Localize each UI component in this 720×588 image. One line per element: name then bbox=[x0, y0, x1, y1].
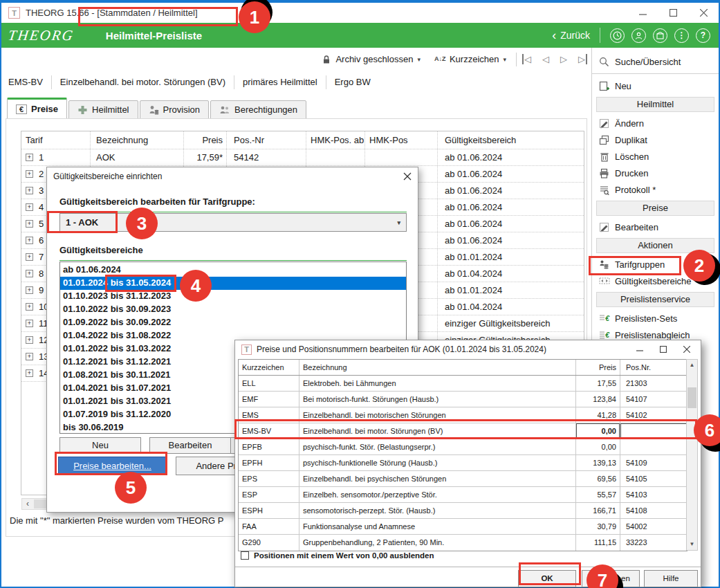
sort-dropdown[interactable]: A↓Z Kurzzeichen▾ bbox=[430, 52, 510, 66]
previous-record-button[interactable]: ◁ bbox=[539, 54, 552, 64]
table-row[interactable]: FAAFunktionsanalyse und Anamnese30,79540… bbox=[239, 519, 687, 535]
remote-session-icon[interactable] bbox=[653, 28, 667, 43]
scroll-left-icon[interactable]: ‹ bbox=[22, 499, 33, 509]
column-header-preis[interactable]: Preis bbox=[184, 131, 227, 149]
sidebar-item-loeschen[interactable]: Löschen bbox=[592, 148, 719, 165]
scroll-down-icon[interactable]: ▼ bbox=[687, 539, 697, 550]
table-row[interactable]: EPSEinzelbehandl. bei psychischen Störun… bbox=[239, 471, 687, 487]
expand-icon[interactable]: + bbox=[26, 253, 33, 261]
tarifgruppe-select[interactable]: 1 - AOK ▾ bbox=[59, 213, 407, 232]
scrollbar-thumb[interactable] bbox=[687, 387, 696, 408]
list-item-selected[interactable]: 01.01.2024 bis 31.05.2024 bbox=[60, 277, 406, 290]
first-record-button[interactable]: ◁ bbox=[522, 54, 534, 64]
column-header-bezeichnung[interactable]: Bezeichnung bbox=[299, 360, 576, 375]
expand-icon[interactable]: + bbox=[26, 286, 33, 294]
sidebar-item-drucken[interactable]: Drucken bbox=[592, 165, 719, 181]
preise-bearbeiten-button[interactable]: Preise bearbeiten... bbox=[58, 457, 167, 475]
list-item[interactable]: 01.10.2022 bis 30.09.2023 bbox=[60, 303, 406, 316]
sidebar-item-neu[interactable]: Neu bbox=[592, 77, 719, 94]
checkbox-icon[interactable] bbox=[241, 551, 249, 560]
close-button[interactable] bbox=[688, 4, 719, 22]
maximize-button[interactable] bbox=[658, 4, 688, 22]
sidebar-item-protokoll[interactable]: Protokoll * bbox=[592, 181, 719, 198]
column-header-tarif[interactable]: Tarif bbox=[21, 131, 91, 149]
annotation-circle-2: 2 bbox=[683, 250, 715, 282]
expand-icon[interactable]: + bbox=[26, 320, 33, 327]
column-header-posnr[interactable]: Pos.Nr. bbox=[620, 360, 687, 375]
expand-icon[interactable]: + bbox=[26, 369, 33, 377]
trash-icon bbox=[598, 151, 610, 162]
expand-icon[interactable]: + bbox=[26, 270, 33, 277]
table-row[interactable]: EMFBei motorisch-funkt. Störungen (Hausb… bbox=[239, 392, 687, 407]
dialog-title-bar: T Preise und Positionsnummern bearbeiten… bbox=[235, 340, 701, 358]
app-window: T THEORG 15.66 - [Stammdaten / Heilmitte… bbox=[0, 0, 720, 588]
list-item[interactable]: 01.10.2023 bis 31.12.2023 bbox=[60, 290, 406, 303]
sidebar-section-heilmittel: Heilmittel bbox=[596, 97, 714, 112]
table-row[interactable]: +1 AOK 17,59* 54142 ab 01.06.2024 bbox=[21, 149, 584, 166]
expand-icon[interactable]: + bbox=[26, 336, 33, 344]
expand-icon[interactable]: + bbox=[26, 203, 33, 211]
expand-icon[interactable]: + bbox=[26, 237, 33, 244]
last-record-button[interactable]: ▷ bbox=[575, 54, 587, 64]
sidebar-item-aendern[interactable]: Ändern bbox=[592, 115, 719, 131]
hilfe-button[interactable]: Hilfe bbox=[644, 570, 698, 587]
vertical-scrollbar[interactable]: ▲ ▼ bbox=[686, 359, 698, 551]
minimize-button[interactable] bbox=[627, 4, 658, 22]
list-item[interactable]: 01.09.2022 bis 30.09.2022 bbox=[60, 316, 406, 329]
archive-dropdown[interactable]: Archiv geschlossen▾ bbox=[317, 52, 425, 66]
table-row[interactable]: EPFHpsychisch-funktionelle Störung (Haus… bbox=[239, 455, 687, 471]
next-record-button[interactable]: ▷ bbox=[557, 54, 570, 64]
sidebar-item-bearbeiten[interactable]: Bearbeiten bbox=[592, 219, 719, 235]
tab-heilmittel[interactable]: Heilmittel bbox=[68, 100, 138, 119]
expand-icon[interactable]: + bbox=[26, 170, 33, 178]
tab-provision[interactable]: Provision bbox=[140, 100, 209, 119]
maximize-icon[interactable] bbox=[660, 346, 667, 353]
sidebar-item-duplikat[interactable]: Duplikat bbox=[592, 131, 719, 148]
expand-icon[interactable]: + bbox=[26, 154, 33, 161]
price-list-sets-icon: € bbox=[598, 313, 610, 324]
column-header-posnr[interactable]: Pos.-Nr bbox=[227, 131, 306, 149]
record-kurzzeichen: EMS-BV bbox=[1, 75, 52, 89]
close-icon[interactable] bbox=[403, 172, 412, 181]
column-header-hmk[interactable]: HMK-Pos bbox=[365, 131, 438, 149]
preis-edit-field[interactable]: 0,00 bbox=[576, 423, 620, 439]
column-header-hmk-ab[interactable]: HMK-Pos. ab 20... bbox=[306, 131, 365, 149]
ok-button[interactable]: OK bbox=[518, 570, 576, 587]
lock-icon bbox=[322, 55, 331, 64]
expand-icon[interactable]: + bbox=[26, 303, 33, 311]
table-row[interactable]: G290Gruppenbehandlung, 2 Patienten, 90 M… bbox=[239, 535, 687, 551]
minimize-icon[interactable] bbox=[636, 346, 643, 353]
neu-button[interactable]: Neu bbox=[59, 437, 141, 454]
column-header-bezeichnung[interactable]: Bezeichnung bbox=[91, 131, 184, 149]
table-row[interactable]: ESPEinzelbeh. sensomotor./perzeptive Stö… bbox=[239, 487, 687, 503]
close-icon[interactable] bbox=[683, 346, 690, 353]
column-header-preis[interactable]: Preis bbox=[576, 360, 620, 375]
table-row[interactable]: EPFBpsychisch-funkt. Stör. (Belastungser… bbox=[239, 439, 687, 455]
bearbeiten-button[interactable]: Bearbeiten bbox=[149, 437, 231, 454]
sidebar-item-preislisten-sets[interactable]: € Preislisten-Sets bbox=[592, 310, 719, 327]
expand-icon[interactable]: + bbox=[26, 353, 33, 360]
table-row[interactable]: EMSEinzelbehandl. bei motorischen Störun… bbox=[239, 407, 687, 423]
column-header-kurzzeichen[interactable]: Kurzzeichen bbox=[239, 360, 299, 375]
tab-berechtigungen[interactable]: Berechtigungen bbox=[210, 100, 306, 119]
sidebar-item-suche[interactable]: Suche/Übersicht bbox=[592, 53, 719, 70]
hide-zero-checkbox[interactable]: Positionen mit einem Wert von 0,00 ausbl… bbox=[241, 551, 434, 560]
table-row[interactable]: ELLElektrobeh. bei Lähmungen17,5521303 bbox=[239, 376, 687, 392]
support-icon[interactable] bbox=[631, 28, 646, 43]
scroll-up-icon[interactable]: ▲ bbox=[687, 360, 697, 371]
kebab-menu-icon[interactable]: ⋮ bbox=[674, 28, 689, 43]
table-header-row: Kurzzeichen Bezeichnung Preis Pos.Nr. bbox=[239, 360, 687, 376]
table-row-ems-bv[interactable]: EMS-BVEinzelbehandl. bei motor. Störunge… bbox=[239, 423, 687, 439]
expand-icon[interactable]: + bbox=[26, 187, 33, 194]
back-button[interactable]: ‹Zurück bbox=[552, 30, 590, 41]
table-row[interactable]: ESPHsensomotorisch-perzept. Stör. (Hausb… bbox=[239, 503, 687, 519]
clock-icon[interactable] bbox=[610, 28, 625, 43]
column-header-gueltigkeitsbereich[interactable]: Gültigkeitsbereich bbox=[438, 131, 584, 149]
list-item[interactable]: ab 01.06.2024 bbox=[60, 264, 406, 277]
list-label: Gültigkeitsbereiche bbox=[59, 245, 407, 261]
tab-preise[interactable]: € Preise bbox=[7, 98, 67, 119]
sort-az-icon: A↓Z bbox=[434, 56, 445, 62]
help-icon[interactable]: ? bbox=[696, 28, 710, 43]
posnr-edit-field[interactable] bbox=[620, 423, 687, 439]
expand-icon[interactable]: + bbox=[26, 220, 33, 228]
